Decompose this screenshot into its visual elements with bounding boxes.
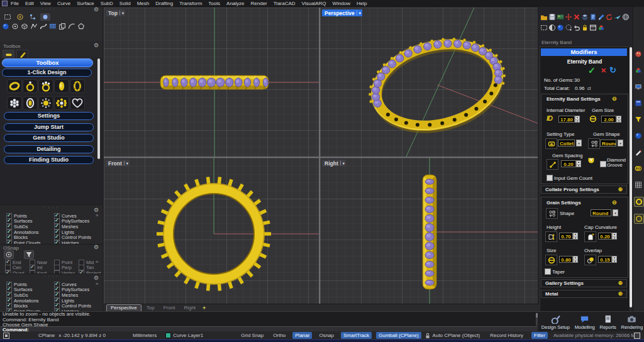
taper-checkbox[interactable] [545, 268, 551, 275]
internal-diameter-spin[interactable]: ▲▼ [575, 116, 580, 123]
osnap-filter-button[interactable] [24, 250, 34, 259]
viewport-tab[interactable]: Front [160, 305, 179, 311]
osnap-checkbox[interactable]: Perp [54, 265, 79, 271]
copy-tool-icon[interactable] [58, 23, 66, 30]
undo-icon[interactable] [573, 24, 580, 31]
filter-checkbox[interactable]: PolySurfaces [54, 219, 102, 224]
filter-checkbox[interactable]: Meshes [54, 292, 102, 298]
menu-item[interactable]: Tools [205, 0, 223, 7]
filter-checkbox[interactable]: Lights [54, 229, 102, 235]
strip-filter-icon[interactable] [634, 115, 643, 124]
strip-sphere-icon[interactable] [634, 131, 643, 140]
expand-icon[interactable]: ⊕ [618, 280, 623, 286]
viewport-label-top[interactable]: Top▾ [106, 9, 125, 16]
apply-button[interactable]: ✓ [588, 65, 596, 75]
array-tool-icon[interactable] [49, 23, 57, 30]
gallery-settings-section[interactable]: Gallery Settings ⊕ [541, 279, 627, 287]
chevron-down-icon[interactable]: ▾ [124, 161, 128, 165]
osnap-checkbox[interactable]: Mid [79, 260, 103, 265]
arc-tool-icon[interactable] [68, 23, 75, 30]
polygon-tool-icon[interactable] [77, 23, 85, 30]
lasso-icon[interactable] [565, 24, 572, 31]
filter-checkbox[interactable]: Curves [54, 282, 102, 287]
menu-item[interactable]: VisualARQ [299, 0, 330, 7]
gem-spacing-spin[interactable]: ▲▼ [576, 160, 581, 167]
cap-curvature-stepper[interactable]: 0.20 ▲▼ [598, 233, 617, 240]
menu-item[interactable]: File [8, 0, 22, 7]
status-corner-icon[interactable] [634, 333, 640, 339]
move-icon[interactable] [565, 13, 572, 21]
box-tool-icon[interactable] [21, 23, 28, 30]
strip-panel-icon[interactable] [634, 99, 643, 108]
status-toggle[interactable]: Grid Snap [238, 332, 266, 339]
filter2-gear-icon[interactable]: ⚙ [94, 275, 99, 281]
status-toggle[interactable]: Record History [487, 332, 526, 339]
rotate-icon[interactable] [606, 13, 613, 21]
status-units[interactable]: Millimeters [133, 333, 157, 338]
menu-item[interactable]: Transform [176, 0, 205, 7]
gem-spacing-value[interactable]: 0.20 [561, 160, 576, 167]
status-auto-cplane[interactable]: Auto CPlane (Object) [433, 333, 480, 338]
strip-display-icon[interactable] [634, 82, 643, 91]
ring-icon-cluster-ring[interactable] [7, 96, 22, 110]
filter-drag-handle[interactable]: · · · · [44, 206, 58, 210]
curve-tool-icon[interactable] [40, 23, 47, 30]
workspace-tab[interactable]: Modelling [575, 314, 595, 330]
filter-checkbox[interactable]: Meshes [54, 224, 102, 229]
menu-item[interactable]: Solid [116, 0, 134, 7]
viewport-front[interactable]: Front▾ [104, 158, 319, 304]
filter-checkbox[interactable]: Curves [54, 213, 102, 219]
toolbox-scrollbar[interactable] [97, 58, 100, 159]
strip-ring-pair-icon[interactable] [634, 164, 643, 173]
ring-icon-round-halo-ring[interactable] [38, 96, 53, 110]
filter-checkbox[interactable]: Control Points [54, 303, 102, 309]
rp-drag-handle[interactable]: · · · · [583, 8, 597, 11]
overlap-stepper[interactable]: 0.15 ▲▼ [598, 256, 617, 263]
osnap-checkbox[interactable]: Int [30, 265, 54, 271]
viewport-top[interactable]: Top▾ [104, 8, 319, 157]
status-toggle[interactable]: Ortho [270, 332, 288, 339]
viewport-label-front[interactable]: Front▾ [106, 160, 130, 167]
cap-curvature-value[interactable]: 0.20 [598, 233, 612, 240]
lock-icon[interactable] [581, 24, 589, 31]
collapse-icon[interactable]: ⊖ [612, 200, 617, 206]
polyline-tool-icon[interactable] [30, 23, 38, 30]
collate-prong-section[interactable]: Collate Prong Settings ⊕ [541, 185, 627, 194]
cap-curvature-spin[interactable]: ▲▼ [612, 233, 617, 240]
menu-item[interactable]: Mesh [134, 0, 153, 7]
rp-scrollbar[interactable] [630, 47, 632, 307]
toolbox-tab-tools[interactable] [16, 50, 28, 58]
notes-icon[interactable] [589, 13, 597, 21]
toolbox-tab-gold[interactable] [3, 50, 14, 58]
filter-checkbox[interactable]: Blocks [6, 234, 54, 240]
viewport-tab[interactable]: Top [143, 305, 158, 311]
filter-checkbox[interactable]: Control Points [54, 234, 102, 240]
dock-tab-active[interactable] [40, 13, 50, 21]
workspace-tab[interactable]: Reports [599, 314, 616, 330]
strip-ring-icon[interactable] [634, 197, 644, 207]
sphere-tool-icon[interactable] [2, 23, 9, 30]
screenshot-icon[interactable] [557, 13, 564, 21]
globe-icon[interactable] [622, 13, 630, 21]
input-gem-count-checkbox[interactable] [547, 175, 553, 181]
layers-icon[interactable] [581, 13, 589, 21]
menu-item[interactable]: Analyze [223, 0, 247, 7]
open-file-icon[interactable] [540, 13, 548, 21]
strip-circle-icon[interactable] [634, 214, 644, 224]
filter-checkbox[interactable]: Lights [54, 298, 102, 304]
filter-checkbox[interactable]: SubDs [6, 224, 54, 229]
toolbox-nav-button[interactable]: Gem Studio [4, 134, 94, 142]
osnap-gear-icon[interactable]: ⚙ [94, 245, 99, 250]
dock-drag-handle[interactable]: · · · · [42, 8, 55, 11]
expand-icon[interactable]: ⊕ [618, 291, 623, 297]
status-toggle[interactable]: Osnap [316, 332, 336, 339]
metal-section[interactable]: Metal ⊕ [541, 290, 627, 298]
status-toggle[interactable]: SmartTrack [341, 332, 372, 339]
delete-icon[interactable] [573, 13, 580, 21]
cancel-button[interactable]: ✕ [601, 67, 606, 75]
menu-item[interactable]: Help [353, 0, 370, 7]
osnap-checkbox[interactable]: End [5, 260, 30, 265]
circle-tool-icon[interactable] [11, 23, 19, 30]
dock-tab-hierarchy[interactable] [28, 13, 38, 21]
size-stepper[interactable]: 0.80 ▲▼ [559, 256, 578, 263]
